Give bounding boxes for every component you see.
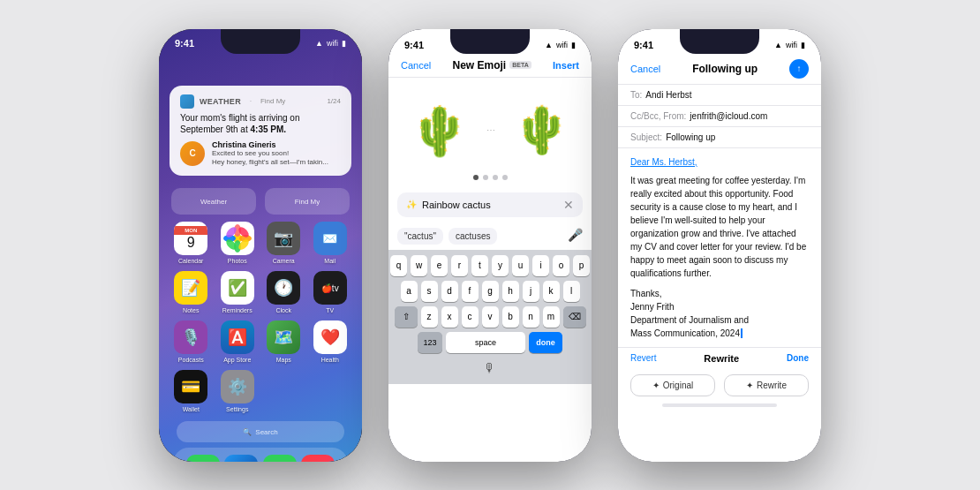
emoji-title-wrap: New Emoji BETA — [453, 59, 531, 72]
email-done-button[interactable]: Done — [787, 353, 809, 363]
maps-app[interactable]: 🗺️ Maps — [264, 320, 304, 363]
wifi-icon: wifi — [327, 39, 338, 48]
email-signature: Thanks, Jenny Frith Department of Journa… — [630, 287, 809, 340]
email-cancel-button[interactable]: Cancel — [630, 64, 660, 74]
emoji-search-area: ✨ Rainbow cactus ✕ — [388, 187, 592, 222]
emoji-cancel-button[interactable]: Cancel — [401, 60, 431, 71]
key-m[interactable]: m — [543, 306, 560, 328]
key-s[interactable]: s — [421, 281, 438, 302]
health-app[interactable]: ❤️ Health — [311, 320, 351, 363]
email-header: Cancel Following up ↑ — [618, 54, 821, 85]
findmy-label: Find My — [260, 97, 285, 105]
status-icons-3: ▲ wifi ▮ — [774, 41, 805, 49]
status-time-2: 9:41 — [404, 40, 424, 50]
key-t[interactable]: t — [471, 255, 488, 276]
key-k[interactable]: k — [543, 281, 560, 302]
clock-app[interactable]: 🕐 Clock — [264, 271, 304, 313]
settings-app[interactable]: ⚙️ Settings — [218, 370, 258, 412]
mail-app[interactable]: ✉️ Mail — [311, 222, 351, 264]
podcasts-app[interactable]: 🎙️ Podcasts — [171, 320, 211, 363]
key-r[interactable]: r — [451, 255, 468, 276]
photos-app[interactable]: Photos — [218, 222, 258, 264]
search-label: Search — [255, 428, 277, 436]
email-body[interactable]: Dear Ms. Herbst, It was great meeting fo… — [618, 148, 821, 347]
calendar-app[interactable]: MON 9 Calendar — [171, 222, 211, 264]
key-w[interactable]: w — [411, 255, 427, 276]
notification-card[interactable]: Weather · Find My 1/24 Your mom's flight… — [170, 86, 351, 177]
kb-mic-icon[interactable]: 🎙 — [392, 358, 588, 379]
appstore-app[interactable]: 🅰️ App Store — [218, 320, 258, 363]
key-a[interactable]: a — [401, 281, 418, 302]
findmy-widget[interactable]: Find My — [265, 188, 350, 215]
key-e[interactable]: e — [431, 255, 448, 276]
key-b[interactable]: b — [502, 306, 519, 328]
send-icon: ↑ — [796, 64, 801, 73]
email-send-button[interactable]: ↑ — [789, 59, 809, 79]
email-subject-value: Following up — [666, 132, 715, 142]
suggestion-1[interactable]: "cactus" — [397, 228, 443, 245]
key-j[interactable]: j — [523, 281, 539, 302]
settings-label: Settings — [226, 406, 248, 412]
emoji-handle: ⋯ — [486, 125, 495, 135]
wallet-app[interactable]: 💳 Wallet — [171, 370, 211, 412]
key-z[interactable]: z — [421, 306, 438, 328]
key-n[interactable]: n — [523, 306, 539, 328]
email-paragraph: It was great meeting for coffee yesterda… — [630, 174, 809, 280]
key-delete[interactable]: ⌫ — [563, 306, 586, 328]
reminders-app[interactable]: ✅ Reminders — [218, 271, 258, 313]
email-cc-field[interactable]: Cc/Bcc, From: jenfrith@icloud.com — [618, 106, 821, 127]
health-label: Health — [321, 357, 339, 363]
emoji-clear-button[interactable]: ✕ — [563, 198, 574, 212]
key-v[interactable]: v — [482, 306, 499, 328]
key-l[interactable]: l — [563, 281, 580, 302]
key-q[interactable]: q — [390, 255, 407, 276]
key-space[interactable]: space — [446, 332, 525, 353]
dock-safari-icon[interactable]: 🧭 — [224, 455, 258, 461]
dock-messages-icon[interactable]: 💬 — [263, 455, 297, 461]
key-o[interactable]: o — [553, 255, 569, 276]
key-shift[interactable]: ⇧ — [395, 306, 418, 328]
key-g[interactable]: g — [482, 281, 499, 302]
weather-widget[interactable]: Weather — [171, 188, 256, 215]
reminders-label: Reminders — [222, 307, 253, 313]
email-rewrite-button[interactable]: ✦ Rewrite — [724, 374, 809, 396]
emoji-insert-button[interactable]: Insert — [553, 60, 579, 71]
key-d[interactable]: d — [441, 281, 458, 302]
status-time-3: 9:41 — [634, 40, 653, 50]
key-123[interactable]: 123 — [418, 332, 442, 353]
key-p[interactable]: p — [573, 255, 590, 276]
suggestion-2[interactable]: cactuses — [449, 228, 497, 245]
tv-app[interactable]: 🍎tv TV — [311, 271, 351, 313]
key-h[interactable]: h — [502, 281, 519, 302]
key-i[interactable]: i — [532, 255, 549, 276]
emoji-search-input[interactable]: Rainbow cactus — [422, 200, 558, 210]
photos-label: Photos — [228, 258, 247, 264]
email-subject-field[interactable]: Subject: Following up — [618, 127, 821, 148]
email-original-button[interactable]: ✦ Original — [630, 374, 715, 396]
clock-icon: 🕐 — [267, 271, 300, 305]
kb-row-3: ⇧ z x c v b n m ⌫ — [392, 306, 588, 328]
key-c[interactable]: c — [462, 306, 479, 328]
maps-label: Maps — [276, 357, 291, 363]
email-revert-button[interactable]: Revert — [630, 353, 656, 363]
emoji-display: 🌵 ⋯ 🌵 — [388, 78, 592, 175]
notes-app[interactable]: 📝 Notes — [171, 271, 211, 313]
phone-2: 9:41 ▲ wifi ▮ Cancel New Emoji BETA Inse… — [388, 29, 592, 462]
emoji-search-icon: ✨ — [406, 200, 417, 209]
mic-suggestion-icon[interactable]: 🎤 — [568, 228, 583, 245]
emoji-search-bar[interactable]: ✨ Rainbow cactus ✕ — [397, 192, 583, 217]
search-bar[interactable]: 🔍 Search — [177, 421, 344, 442]
email-rewrite-label: Rewrite — [704, 353, 739, 364]
dock-music-icon[interactable]: 🎵 — [301, 455, 335, 461]
key-done[interactable]: done — [529, 332, 562, 353]
dock-phone-icon[interactable]: 📞 — [186, 455, 220, 461]
key-x[interactable]: x — [441, 306, 458, 328]
camera-app[interactable]: 📷 Camera — [264, 222, 304, 264]
key-f[interactable]: f — [462, 281, 479, 302]
email-to-field[interactable]: To: Andi Herbst — [618, 85, 821, 106]
key-y[interactable]: y — [492, 255, 509, 276]
wallet-icon: 💳 — [174, 370, 207, 403]
app-grid: MON 9 Calendar — [159, 218, 362, 416]
key-u[interactable]: u — [512, 255, 529, 276]
email-to-value: Andi Herbst — [645, 90, 691, 100]
